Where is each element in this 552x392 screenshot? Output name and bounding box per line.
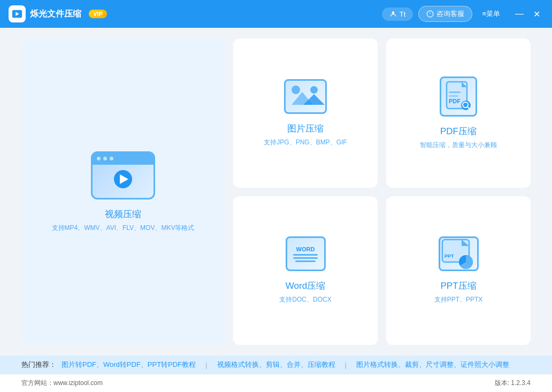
image-card-title: 图片压缩 bbox=[287, 122, 324, 135]
svg-point-1 bbox=[392, 11, 395, 14]
hot-link-3[interactable]: 图片格式转换、裁剪、尺寸调整、证件照大小调整 bbox=[356, 360, 509, 370]
word-card-subtitle: 支持DOC、DOCX bbox=[279, 295, 331, 304]
minimize-button[interactable]: — bbox=[512, 8, 527, 20]
hot-recommendations-bar: 热门推荐： 图片转PDF、Word转PDF、PPT转PDF教程 | 视频格式转换… bbox=[0, 356, 552, 374]
status-bar: 官方网站：www.iziptool.com 版本: 1.2.3.4 bbox=[0, 374, 552, 392]
hot-label: 热门推荐： bbox=[21, 360, 56, 370]
word-icon: WORD bbox=[286, 236, 326, 271]
main-content: 视频压缩 支持MP4、WMV、AVI、FLV、MOV、MKV等格式 图片压缩 支… bbox=[0, 28, 552, 356]
user-button[interactable]: Tt bbox=[382, 7, 413, 21]
image-card[interactable]: 图片压缩 支持JPG、PNG、BMP、GIF bbox=[233, 39, 378, 188]
pdf-card[interactable]: PDF PDF压缩 智能压缩，质量与大小兼顾 bbox=[386, 39, 531, 188]
window-controls: — ✕ bbox=[512, 8, 543, 20]
title-bar-actions: Tt 咨询客服 ≡菜单 — ✕ bbox=[382, 6, 543, 22]
pdf-card-subtitle: 智能压缩，质量与大小兼顾 bbox=[420, 141, 497, 150]
ppt-card-title: PPT压缩 bbox=[440, 280, 476, 292]
logo-icon bbox=[9, 5, 26, 22]
pdf-card-title: PDF压缩 bbox=[440, 125, 477, 137]
ppt-card[interactable]: PPT PPT压缩 支持PPT、PPTX bbox=[386, 196, 531, 345]
website-label: 官方网站：www.iziptool.com bbox=[21, 379, 103, 388]
video-icon bbox=[91, 151, 155, 199]
pdf-icon: PDF bbox=[440, 76, 477, 117]
version-label: 版本: 1.2.3.4 bbox=[495, 379, 531, 388]
word-card[interactable]: WORD Word压缩 支持DOC、DOCX bbox=[233, 196, 378, 345]
hot-link-1[interactable]: 图片转PDF、Word转PDF、PPT转PDF教程 bbox=[62, 360, 196, 370]
video-card-title: 视频压缩 bbox=[105, 208, 141, 220]
ppt-icon: PPT bbox=[439, 236, 479, 271]
svg-rect-9 bbox=[449, 95, 458, 97]
svg-point-5 bbox=[292, 86, 300, 94]
hot-link-2[interactable]: 视频格式转换、剪辑、合并、压缩教程 bbox=[217, 360, 335, 370]
word-card-title: Word压缩 bbox=[286, 280, 325, 292]
svg-text:PPT: PPT bbox=[444, 253, 454, 259]
image-card-subtitle: 支持JPG、PNG、BMP、GIF bbox=[264, 138, 347, 147]
svg-rect-8 bbox=[449, 91, 461, 93]
svg-text:PDF: PDF bbox=[449, 98, 461, 104]
support-button[interactable]: 咨询客服 bbox=[418, 6, 472, 22]
vip-badge: VIP bbox=[89, 10, 107, 18]
menu-button[interactable]: ≡菜单 bbox=[478, 6, 504, 21]
video-card[interactable]: 视频压缩 支持MP4、WMV、AVI、FLV、MOV、MKV等格式 bbox=[21, 39, 225, 345]
image-icon bbox=[284, 79, 327, 114]
app-logo: 烁光文件压缩 VIP bbox=[9, 5, 107, 22]
title-bar: 烁光文件压缩 VIP Tt 咨询客服 ≡菜单 — ✕ bbox=[0, 0, 552, 28]
ppt-card-subtitle: 支持PPT、PPTX bbox=[434, 295, 483, 304]
cards-grid: 视频压缩 支持MP4、WMV、AVI、FLV、MOV、MKV等格式 图片压缩 支… bbox=[21, 39, 531, 345]
video-card-subtitle: 支持MP4、WMV、AVI、FLV、MOV、MKV等格式 bbox=[52, 224, 195, 233]
app-title: 烁光文件压缩 bbox=[30, 9, 81, 20]
close-button[interactable]: ✕ bbox=[530, 8, 543, 20]
